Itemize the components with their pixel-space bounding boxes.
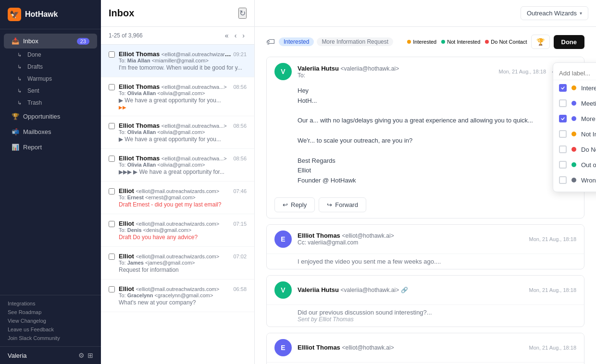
email-checkbox[interactable]	[109, 286, 115, 292]
sidebar-item-inbox[interactable]: 📥 Inbox 23	[4, 34, 97, 49]
list-item[interactable]: Elliot <elliot@mail.outreachwizards.com>…	[101, 279, 254, 312]
next-page-button[interactable]: ›	[240, 31, 247, 40]
color-dot-not-interested	[571, 132, 576, 136]
prev-page-button[interactable]: ‹	[233, 31, 239, 40]
main-content: Outreach Wizards ▾ 🏷 Interested More Inf…	[255, 0, 596, 364]
email-checkbox[interactable]	[109, 84, 115, 90]
email-checkbox[interactable]	[109, 123, 115, 129]
list-item[interactable]: Elliot <elliot@mail.outreachwizards.com>…	[101, 214, 254, 247]
email-pagination: 1-25 of 3,966 « ‹ ›	[101, 27, 254, 45]
list-item[interactable]: Elliot <elliot@mail.outreachwizards.com>…	[101, 182, 254, 214]
pagination-buttons: « ‹ ›	[223, 31, 247, 40]
settings-icon[interactable]: ⚙	[78, 352, 85, 359]
thread-preview: I enjoyed the video you sent me a few we…	[267, 254, 584, 269]
label-option-wrong-person[interactable]: Wrong Person	[553, 172, 596, 188]
thread-time: Mon, 21 Aug., 18:18	[529, 287, 576, 293]
check-more-info	[559, 115, 567, 122]
email-checkbox[interactable]	[109, 254, 115, 260]
list-item[interactable]: Elliot Thomas <elliot@mail.outreachwa...…	[101, 77, 254, 116]
thread-time: Mon, 21 Aug., 18:18	[529, 236, 576, 242]
sidebar-item-mailboxes[interactable]: 📬 Mailboxes	[4, 124, 97, 139]
email-preview: Draft Do you have any advice?	[119, 234, 247, 241]
thread-header: V Valeriia Hutsu <valeriia@hothawk.ai> 🔗…	[267, 276, 584, 304]
drafts-label: Drafts	[27, 63, 43, 70]
roadmap-link[interactable]: See Roadmap	[8, 308, 93, 316]
label-option-interested[interactable]: Interested ★	[553, 80, 596, 96]
thread-header: V Valeriia Hutsu <valeriia@hothawk.ai> T…	[267, 57, 584, 86]
thread-from: Valeriia Hutsu <valeriia@hothawk.ai> 🔗	[298, 286, 523, 293]
label-dropdown: Interested ★ Meeting Request ★ More Info…	[553, 62, 596, 192]
email-item-content: Elliot Thomas <elliot@mail.outreachwizar…	[119, 50, 247, 71]
reply-arrow-icon: ↩	[283, 201, 288, 208]
list-item[interactable]: Elliot Thomas <elliot@mail.outreachwa...…	[101, 149, 254, 182]
check-do-not-contact	[559, 146, 567, 153]
sidebar-item-drafts[interactable]: Drafts	[10, 61, 97, 73]
interested-tag: Interested	[279, 37, 314, 46]
trophy-button[interactable]: 🏆	[531, 35, 550, 49]
label-option-out-of-office[interactable]: Out of Office	[553, 157, 596, 172]
report-icon: 📊	[12, 144, 19, 151]
thread-item: V Valeriia Hutsu <valeriia@hothawk.ai> 🔗…	[266, 275, 584, 327]
sidebar-item-opportunities[interactable]: 🏆 Opportunities	[4, 109, 97, 124]
dropdown-search-area	[553, 67, 596, 80]
email-time: 08:56	[233, 123, 247, 129]
thread-preview: Did our previous discussion sound intere…	[267, 304, 584, 327]
feedback-link[interactable]: Leave us Feedback	[8, 325, 93, 334]
email-checkbox[interactable]	[109, 221, 115, 227]
sidebar-item-trash[interactable]: Trash	[10, 97, 97, 109]
label-option-do-not-contact[interactable]: Do Not Contact ★	[553, 142, 596, 157]
email-detail: 🏷 Interested More Information Request In…	[255, 27, 596, 364]
sender-email: <elliot@mail.outreachwa...>	[161, 84, 227, 90]
thread-to: To:	[298, 72, 493, 79]
email-time: 07:46	[233, 188, 247, 194]
sidebar-item-sent[interactable]: Sent	[10, 85, 97, 97]
thread-email: <elliot@hothawk.ai>	[342, 344, 394, 351]
refresh-button[interactable]: ↻	[238, 8, 247, 19]
list-item[interactable]: Elliot Thomas <elliot@mail.outreachwa...…	[101, 116, 254, 149]
email-time: 07:15	[233, 221, 247, 227]
thread-meta: Ellliot Thomas <elliot@hothawk.ai>	[298, 344, 523, 351]
label-tags: Interested More Information Request	[279, 37, 403, 46]
email-item-content: Elliot Thomas <elliot@mail.outreachwa...…	[119, 122, 247, 143]
label-not-interested: Not Interested	[581, 131, 596, 138]
email-checkbox[interactable]	[109, 156, 115, 162]
label-tag-icon[interactable]: 🏷	[266, 37, 275, 47]
opportunities-label: Opportunities	[23, 113, 60, 120]
done-button[interactable]: Done	[554, 35, 585, 49]
email-time: 06:58	[233, 286, 247, 292]
sidebar: 🦅 HotHawk 📥 Inbox 23 Done Drafts Warmups…	[0, 0, 101, 364]
email-checkbox[interactable]	[109, 188, 115, 194]
forward-button[interactable]: ↪ Forward	[319, 197, 366, 212]
email-time: 09:21	[233, 51, 247, 57]
logo-icon: 🦅	[8, 8, 21, 21]
avatar: V	[274, 281, 292, 299]
check-wrong-person	[559, 176, 567, 184]
label-option-more-info[interactable]: More Info Request	[553, 111, 596, 126]
list-item[interactable]: Elliot Thomas <elliot@mail.outreachwizar…	[101, 45, 254, 77]
label-search-input[interactable]	[559, 70, 596, 77]
not-interested-dot	[441, 40, 445, 44]
first-page-button[interactable]: «	[223, 31, 231, 40]
label-option-not-interested[interactable]: Not Interested ★	[553, 126, 596, 142]
email-sender: Elliot Thomas <elliot@mail.outreachwa...…	[119, 155, 227, 162]
sent-by: Sent by Elliot Thomas	[298, 316, 576, 323]
sidebar-item-report[interactable]: 📊 Report	[4, 140, 97, 155]
changelog-link[interactable]: View Changelog	[8, 316, 93, 325]
email-detail-header: 🏷 Interested More Information Request In…	[266, 35, 584, 49]
sidebar-item-done[interactable]: Done	[10, 49, 97, 61]
layout-icon[interactable]: ⊞	[87, 352, 93, 359]
sidebar-item-warmups[interactable]: Warmups	[10, 73, 97, 85]
reply-button[interactable]: ↩ Reply	[274, 197, 315, 212]
email-checkbox[interactable]	[109, 51, 115, 58]
slack-link[interactable]: Join Slack Community	[8, 334, 93, 342]
email-item-content: Elliot <elliot@mail.outreachwizards.com>…	[119, 220, 247, 241]
mailboxes-icon: 📬	[12, 128, 19, 135]
org-selector[interactable]: Outreach Wizards ▾	[521, 6, 588, 20]
label-option-meeting-request[interactable]: Meeting Request ★	[553, 96, 596, 111]
email-preview: I'm free tomorrow. When would it be good…	[119, 64, 247, 71]
done-label: Done	[27, 51, 41, 58]
list-item[interactable]: Elliot <elliot@mail.outreachwizards.com>…	[101, 247, 254, 279]
email-arrows: ▶▶	[119, 105, 247, 110]
integrations-link[interactable]: Integrations	[8, 299, 93, 308]
thread-item: E Ellliot Thomas <elliot@hothawk.ai> Mon…	[266, 333, 584, 364]
